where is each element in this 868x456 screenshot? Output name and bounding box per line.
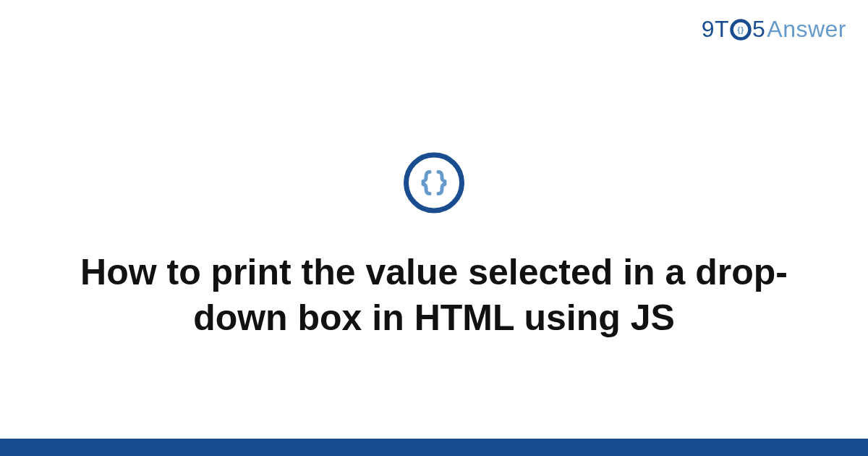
logo-zero-icon: {} (730, 19, 752, 41)
logo-text-answer: Answer (767, 16, 846, 43)
svg-text:{}: {} (737, 25, 744, 34)
site-logo: 9T {} 5 Answer (702, 16, 846, 43)
code-braces-icon (404, 153, 464, 214)
logo-text-9t: 9T (702, 16, 729, 43)
page-title: How to print the value selected in a dro… (80, 250, 788, 340)
logo-text-5: 5 (752, 16, 765, 43)
footer-bar (0, 439, 868, 456)
content-block: How to print the value selected in a dro… (0, 153, 868, 340)
